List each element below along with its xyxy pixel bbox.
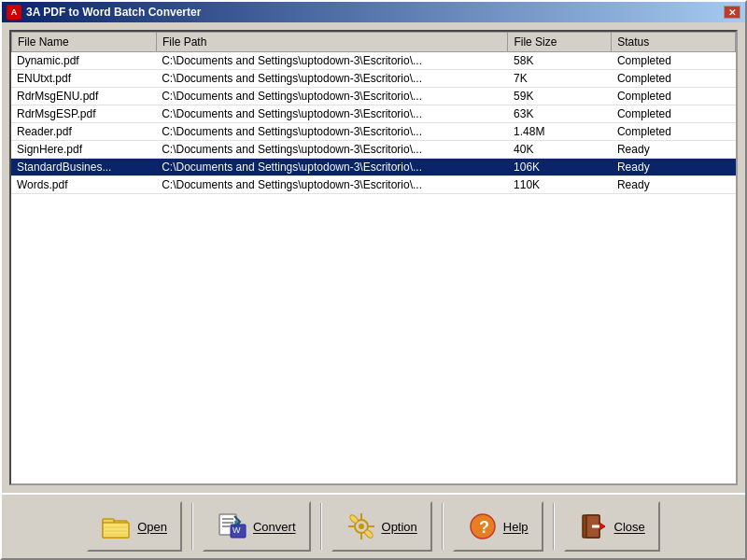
svg-text:?: ? xyxy=(479,518,489,537)
table-row[interactable]: Reader.pdfC:\Documents and Settings\upto… xyxy=(11,123,736,141)
close-icon xyxy=(579,511,609,541)
cell-status: Ready xyxy=(612,159,736,176)
app-icon: A xyxy=(7,5,21,20)
file-table: File Name File Path File Size Status xyxy=(11,32,736,52)
cell-filename: SignHere.pdf xyxy=(11,141,156,159)
open-button[interactable]: Open xyxy=(87,501,182,552)
title-bar-left: A 3A PDF to Word Batch Converter xyxy=(7,5,201,20)
col-header-filepath: File Path xyxy=(157,33,508,52)
cell-status: Completed xyxy=(612,105,736,123)
option-label: Option xyxy=(382,520,417,534)
convert-button[interactable]: W Convert xyxy=(203,501,311,552)
cell-filesize: 106K xyxy=(508,159,612,176)
table-row[interactable]: RdrMsgESP.pdfC:\Documents and Settings\u… xyxy=(11,105,736,123)
cell-filename: ENUtxt.pdf xyxy=(11,70,156,88)
window-close-button[interactable]: ✕ xyxy=(724,6,740,19)
cell-filesize: 40K xyxy=(508,141,612,159)
cell-filepath: C:\Documents and Settings\uptodown-3\Esc… xyxy=(156,70,508,88)
convert-label: Convert xyxy=(253,520,296,534)
cell-status: Ready xyxy=(612,141,736,159)
cell-filepath: C:\Documents and Settings\uptodown-3\Esc… xyxy=(156,176,508,194)
cell-filesize: 7K xyxy=(508,70,612,88)
open-label: Open xyxy=(137,520,167,534)
cell-status: Completed xyxy=(612,52,736,70)
cell-filepath: C:\Documents and Settings\uptodown-3\Esc… xyxy=(156,123,508,141)
cell-filesize: 63K xyxy=(508,105,612,123)
svg-point-18 xyxy=(348,513,359,524)
cell-filesize: 58K xyxy=(508,52,612,70)
cell-filename: RdrMsgENU.pdf xyxy=(11,88,156,105)
table-row[interactable]: ENUtxt.pdfC:\Documents and Settings\upto… xyxy=(11,70,736,88)
cell-filepath: C:\Documents and Settings\uptodown-3\Esc… xyxy=(156,105,508,123)
table-scroll-area[interactable]: Dynamic.pdfC:\Documents and Settings\upt… xyxy=(11,52,736,483)
file-data-table: Dynamic.pdfC:\Documents and Settings\upt… xyxy=(11,52,736,194)
file-table-container: File Name File Path File Size Status xyxy=(9,30,738,485)
window-title: 3A PDF to Word Batch Converter xyxy=(26,6,201,19)
svg-rect-2 xyxy=(103,523,129,538)
col-header-status: Status xyxy=(612,33,736,52)
content-area: File Name File Path File Size Status xyxy=(2,22,745,493)
option-button[interactable]: Option xyxy=(331,501,432,552)
svg-text:W: W xyxy=(233,525,241,535)
cell-filename: Dynamic.pdf xyxy=(11,52,156,70)
close-label: Close xyxy=(614,520,645,534)
cell-filepath: C:\Documents and Settings\uptodown-3\Esc… xyxy=(156,52,508,70)
convert-icon: W xyxy=(218,511,247,541)
close-button[interactable]: Close xyxy=(564,501,660,552)
separator-4 xyxy=(553,503,555,550)
cell-status: Ready xyxy=(612,176,736,194)
table-row[interactable]: Words.pdfC:\Documents and Settings\uptod… xyxy=(11,176,736,194)
table-header-row: File Name File Path File Size Status xyxy=(12,33,736,52)
svg-point-13 xyxy=(359,524,364,529)
separator-2 xyxy=(320,503,322,550)
cell-filepath: C:\Documents and Settings\uptodown-3\Esc… xyxy=(156,141,508,159)
separator-1 xyxy=(191,503,193,550)
help-icon: ? xyxy=(468,511,498,541)
table-row[interactable]: SignHere.pdfC:\Documents and Settings\up… xyxy=(11,141,736,159)
cell-status: Completed xyxy=(612,88,736,105)
cell-status: Completed xyxy=(612,70,736,88)
svg-point-19 xyxy=(363,528,374,539)
folder-icon xyxy=(102,511,132,541)
cell-filesize: 1.48M xyxy=(508,123,612,141)
option-icon xyxy=(346,511,376,541)
toolbar: Open W Convert xyxy=(2,493,745,558)
cell-filename: StandardBusines... xyxy=(11,159,156,176)
cell-filename: Words.pdf xyxy=(11,176,156,194)
cell-filename: Reader.pdf xyxy=(11,123,156,141)
cell-filepath: C:\Documents and Settings\uptodown-3\Esc… xyxy=(156,88,508,105)
col-header-filesize: File Size xyxy=(508,33,612,52)
title-bar: A 3A PDF to Word Batch Converter ✕ xyxy=(2,2,745,22)
table-row[interactable]: StandardBusines...C:\Documents and Setti… xyxy=(11,159,736,176)
cell-filepath: C:\Documents and Settings\uptodown-3\Esc… xyxy=(156,159,508,176)
main-window: A 3A PDF to Word Batch Converter ✕ File … xyxy=(0,0,747,560)
cell-filesize: 110K xyxy=(508,176,612,194)
table-body: Dynamic.pdfC:\Documents and Settings\upt… xyxy=(11,52,736,194)
table-row[interactable]: RdrMsgENU.pdfC:\Documents and Settings\u… xyxy=(11,88,736,105)
col-header-filename: File Name xyxy=(12,33,157,52)
separator-3 xyxy=(442,503,444,550)
cell-status: Completed xyxy=(612,123,736,141)
cell-filesize: 59K xyxy=(508,88,612,105)
help-button[interactable]: ? Help xyxy=(453,501,543,552)
table-row[interactable]: Dynamic.pdfC:\Documents and Settings\upt… xyxy=(11,52,736,70)
help-label: Help xyxy=(503,520,529,534)
cell-filename: RdrMsgESP.pdf xyxy=(11,105,156,123)
